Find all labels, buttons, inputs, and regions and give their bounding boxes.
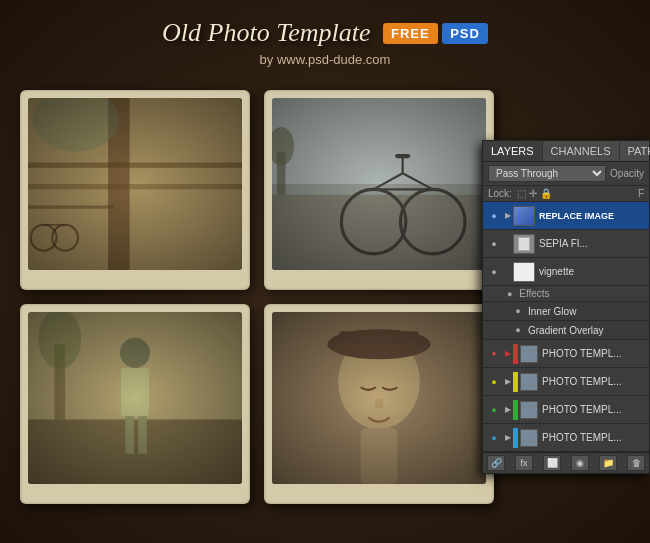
layer-name-sepia: SEPIA FI... xyxy=(539,238,645,249)
ps-panel: LAYERS CHANNELS PATHS Pass Through Norma… xyxy=(482,140,650,474)
layer-name-pt1: PHOTO TEMPL... xyxy=(542,348,645,359)
triangle-pt2[interactable]: ▶ xyxy=(503,377,513,387)
effect-inner-glow[interactable]: ● Inner Glow xyxy=(483,302,649,321)
photo-image-3 xyxy=(28,312,242,484)
lock-position-icon[interactable]: ✛ xyxy=(529,188,537,199)
layer-color-red xyxy=(513,344,518,364)
thumb-sepia xyxy=(513,234,535,254)
photo-image-1 xyxy=(28,98,242,270)
effects-header: ● Effects xyxy=(483,286,649,302)
new-folder-button[interactable]: 📁 xyxy=(599,455,617,471)
eye-icon-pt2[interactable]: ● xyxy=(487,375,501,389)
photo-frame-1 xyxy=(20,90,250,290)
layer-sepia[interactable]: ● SEPIA FI... xyxy=(483,230,649,258)
opacity-label: Opacity xyxy=(610,168,644,179)
layer-color-blue2 xyxy=(513,428,518,448)
fx-button[interactable]: fx xyxy=(515,455,533,471)
free-badge: FREE xyxy=(383,23,438,44)
lock-row: Lock: ⬚ ✛ 🔒 F xyxy=(483,186,649,202)
adjustment-button[interactable]: ◉ xyxy=(571,455,589,471)
photo-frame-2 xyxy=(264,90,494,290)
blend-mode-row: Pass Through Normal Multiply Screen Over… xyxy=(483,162,649,186)
delete-button[interactable]: 🗑 xyxy=(627,455,645,471)
layer-photo-template-4[interactable]: ● ▶ PHOTO TEMPL... xyxy=(483,424,649,452)
layer-photo-template-3[interactable]: ● ▶ PHOTO TEMPL... xyxy=(483,396,649,424)
ps-bottom-toolbar: 🔗 fx ⬜ ◉ 📁 🗑 xyxy=(483,452,649,473)
thumb-replace xyxy=(513,206,535,226)
svg-rect-24 xyxy=(272,98,486,270)
triangle-icon-3 xyxy=(503,267,513,277)
svg-rect-10 xyxy=(28,98,242,270)
tab-channels[interactable]: CHANNELS xyxy=(543,141,620,161)
eye-icon-pt1[interactable] xyxy=(487,347,501,361)
layer-color-green xyxy=(513,400,518,420)
effect-name-inner-glow: Inner Glow xyxy=(528,306,645,317)
eye-icon-3[interactable]: ● xyxy=(487,265,501,279)
photo-image-4 xyxy=(272,312,486,484)
page-title: Old Photo Template xyxy=(162,18,370,48)
lock-all-icon[interactable]: 🔒 xyxy=(540,188,552,199)
thumb-pt3 xyxy=(520,401,538,419)
thumb-pt1 xyxy=(520,345,538,363)
layers-list: ● ▶ REPLACE IMAGE ● SEPIA FI... ● vignet… xyxy=(483,202,649,452)
svg-rect-34 xyxy=(28,312,242,484)
eye-icon-1[interactable]: ● xyxy=(487,209,501,223)
photo-frame-4 xyxy=(264,304,494,504)
layer-vignette[interactable]: ● vignette xyxy=(483,258,649,286)
layer-name-pt4: PHOTO TEMPL... xyxy=(542,432,645,443)
mask-button[interactable]: ⬜ xyxy=(543,455,561,471)
layer-name-pt2: PHOTO TEMPL... xyxy=(542,376,645,387)
layer-name-pt3: PHOTO TEMPL... xyxy=(542,404,645,415)
svg-rect-42 xyxy=(272,312,486,484)
photo-grid xyxy=(20,90,494,504)
eye-icon-2[interactable]: ● xyxy=(487,237,501,251)
triangle-icon-2 xyxy=(503,239,513,249)
thumb-vignette xyxy=(513,262,535,282)
layer-color-yellow xyxy=(513,372,518,392)
eye-icon-pt3[interactable]: ● xyxy=(487,403,501,417)
eye-icon-inner-glow[interactable]: ● xyxy=(511,304,525,318)
triangle-icon-1[interactable]: ▶ xyxy=(503,211,513,221)
link-layers-button[interactable]: 🔗 xyxy=(487,455,505,471)
lock-label: Lock: xyxy=(488,188,512,199)
layer-name-replace: REPLACE IMAGE xyxy=(539,211,645,221)
triangle-pt3[interactable]: ▶ xyxy=(503,405,513,415)
layer-photo-template-2[interactable]: ● ▶ PHOTO TEMPL... xyxy=(483,368,649,396)
tab-paths[interactable]: PATHS xyxy=(620,141,651,161)
subtitle: by www.psd-dude.com xyxy=(0,52,650,67)
triangle-pt4[interactable]: ▶ xyxy=(503,433,513,443)
photo-image-2 xyxy=(272,98,486,270)
layer-replace-image[interactable]: ● ▶ REPLACE IMAGE xyxy=(483,202,649,230)
tab-layers[interactable]: LAYERS xyxy=(483,141,543,161)
psd-badge: PSD xyxy=(442,23,488,44)
effect-gradient-overlay[interactable]: ● Gradient Overlay xyxy=(483,321,649,340)
header-area: Old Photo Template FREE PSD by www.psd-d… xyxy=(0,18,650,67)
eye-icon-pt4[interactable]: ● xyxy=(487,431,501,445)
triangle-pt1[interactable]: ▶ xyxy=(503,349,513,359)
layer-photo-template-1[interactable]: ▶ PHOTO TEMPL... xyxy=(483,340,649,368)
fill-label: F xyxy=(638,188,644,199)
thumb-pt2 xyxy=(520,373,538,391)
photo-frame-3 xyxy=(20,304,250,504)
eye-icon-gradient[interactable]: ● xyxy=(511,323,525,337)
lock-pixel-icon[interactable]: ⬚ xyxy=(517,188,526,199)
effect-name-gradient: Gradient Overlay xyxy=(528,325,645,336)
ps-tabs: LAYERS CHANNELS PATHS xyxy=(483,141,649,162)
blend-mode-select[interactable]: Pass Through Normal Multiply Screen Over… xyxy=(488,165,606,182)
layer-name-vignette: vignette xyxy=(539,266,645,277)
thumb-pt4 xyxy=(520,429,538,447)
